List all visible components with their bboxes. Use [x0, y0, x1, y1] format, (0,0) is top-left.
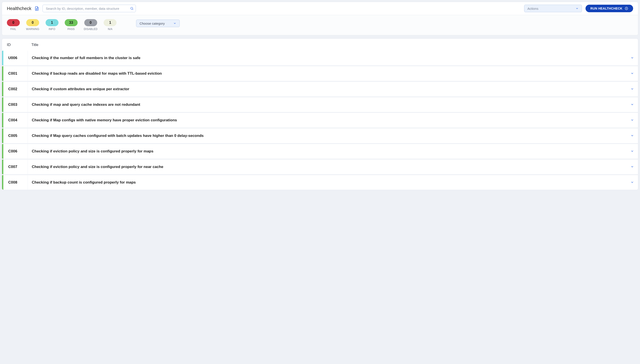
- row-id: C001: [3, 66, 28, 81]
- row-id: C005: [3, 128, 28, 143]
- expand-row-button[interactable]: [626, 144, 638, 159]
- table-row[interactable]: C003Checking if map and query cache inde…: [2, 97, 638, 112]
- chevron-down-icon: [575, 7, 579, 10]
- table-row[interactable]: C001Checking if backup reads are disable…: [2, 66, 638, 81]
- row-id: C002: [3, 82, 28, 96]
- badge-warning-label: WARNING: [26, 28, 39, 31]
- search-input[interactable]: [43, 5, 136, 12]
- checks-table: ID Title U006Checking if the number of f…: [2, 38, 638, 190]
- chevron-down-icon: [630, 180, 634, 185]
- row-id: C008: [3, 175, 28, 190]
- chevron-down-icon: [630, 165, 634, 169]
- row-id: C003: [3, 97, 28, 112]
- run-healthcheck-button[interactable]: RUN HEALTHCHECK: [585, 5, 633, 12]
- badge-fail-label: FAIL: [11, 28, 16, 31]
- table-row[interactable]: C005Checking if Map query caches configu…: [2, 128, 638, 143]
- badge-na[interactable]: 1: [104, 19, 117, 26]
- badge-info[interactable]: 1: [46, 19, 59, 26]
- search-wrap: [43, 5, 136, 12]
- chevron-down-icon: [630, 149, 634, 154]
- expand-row-button[interactable]: [626, 51, 638, 65]
- row-title: Checking if backup reads are disabled fo…: [28, 66, 626, 81]
- svg-point-0: [131, 7, 133, 9]
- table-header: ID Title: [2, 39, 638, 51]
- row-title: Checking if eviction policy and size is …: [28, 144, 626, 159]
- badge-na-label: N/A: [108, 28, 113, 31]
- play-circle-icon: [625, 7, 628, 10]
- table-row[interactable]: C002Checking if custom attributes are un…: [2, 82, 638, 96]
- row-title: Checking if map and query cache indexes …: [28, 97, 626, 112]
- badge-pass-label: PASS: [67, 28, 75, 31]
- category-label: Choose category: [140, 22, 165, 25]
- expand-row-button[interactable]: [626, 82, 638, 96]
- row-title: Checking if Map configs with native memo…: [28, 113, 626, 128]
- row-title: Checking if Map query caches configured …: [28, 128, 626, 143]
- actions-dropdown[interactable]: Actions: [524, 5, 582, 12]
- table-row[interactable]: U006Checking if the number of full membe…: [2, 51, 638, 65]
- expand-row-button[interactable]: [626, 97, 638, 112]
- status-filter-row: 0 FAIL 0 WARNING 1 INFO 33 PASS 0 DISABL…: [2, 15, 638, 35]
- row-id: C004: [3, 113, 28, 128]
- badge-disabled-label: DISABLED: [84, 28, 98, 31]
- table-row[interactable]: C004Checking if Map configs with native …: [2, 113, 638, 128]
- row-title: Checking if custom attributes are unique…: [28, 82, 626, 96]
- actions-label: Actions: [527, 7, 538, 10]
- table-row[interactable]: C008Checking if backup count is configur…: [2, 175, 638, 190]
- chevron-down-icon: [630, 72, 634, 76]
- chevron-down-icon: [173, 22, 176, 25]
- expand-row-button[interactable]: [626, 175, 638, 190]
- chevron-down-icon: [630, 103, 634, 107]
- chevron-down-icon: [630, 87, 634, 91]
- row-id: U006: [3, 51, 28, 65]
- badge-info-label: INFO: [49, 28, 55, 31]
- page-title: Healthcheck: [7, 6, 31, 11]
- expand-row-button[interactable]: [626, 113, 638, 128]
- document-icon[interactable]: [35, 6, 39, 11]
- expand-row-button[interactable]: [626, 128, 638, 143]
- expand-row-button[interactable]: [626, 66, 638, 81]
- table-row[interactable]: C006Checking if eviction policy and size…: [2, 144, 638, 159]
- col-header-id: ID: [7, 43, 29, 47]
- run-label: RUN HEALTHCHECK: [590, 7, 622, 10]
- search-icon[interactable]: [130, 7, 134, 10]
- col-header-title: Title: [31, 43, 39, 47]
- chevron-down-icon: [630, 56, 634, 60]
- toolbar: Healthcheck Actions: [2, 2, 638, 15]
- row-title: Checking if backup count is configured p…: [28, 175, 626, 190]
- chevron-down-icon: [630, 118, 634, 122]
- row-id: C006: [3, 144, 28, 159]
- table-row[interactable]: C007Checking if eviction policy and size…: [2, 160, 638, 174]
- chevron-down-icon: [630, 134, 634, 138]
- expand-row-button[interactable]: [626, 160, 638, 174]
- category-dropdown[interactable]: Choose category: [136, 20, 180, 27]
- badge-pass[interactable]: 33: [65, 19, 78, 26]
- badge-warning[interactable]: 0: [26, 19, 39, 26]
- row-title: Checking if eviction policy and size is …: [28, 160, 626, 174]
- badge-disabled[interactable]: 0: [84, 19, 97, 26]
- row-title: Checking if the number of full members i…: [28, 51, 626, 65]
- badge-fail[interactable]: 0: [7, 19, 20, 26]
- row-id: C007: [3, 160, 28, 174]
